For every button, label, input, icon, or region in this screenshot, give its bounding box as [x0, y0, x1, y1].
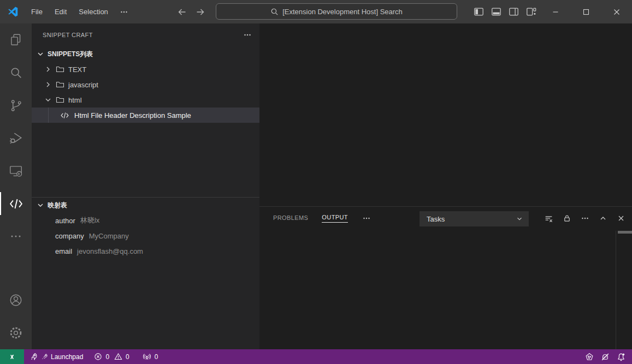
sidebar-more-actions-icon[interactable]: [243, 31, 252, 39]
menu-file[interactable]: File: [25, 4, 49, 20]
snippet-craft-view-icon[interactable]: [0, 187, 32, 220]
snippets-pane-header[interactable]: SNIPPETS列表: [32, 46, 259, 62]
chevron-down-icon: [36, 50, 45, 58]
mapping-pane-header[interactable]: 映射表: [32, 198, 259, 213]
accounts-icon[interactable]: [0, 284, 32, 317]
warning-icon: [114, 353, 122, 361]
command-center-search[interactable]: [Extension Development Host] Search: [216, 3, 457, 20]
panel-header: PROBLEMS OUTPUT Tasks: [259, 207, 632, 230]
broadcast-count: 0: [155, 353, 158, 361]
toggle-secondary-sidebar-icon[interactable]: [509, 7, 519, 17]
output-content[interactable]: [259, 230, 632, 349]
tree-indent-guide: [48, 108, 49, 123]
search-sidebar-icon[interactable]: [0, 56, 32, 89]
tree-item-label: TEXT: [68, 65, 86, 74]
additional-views-icon[interactable]: [0, 220, 32, 253]
chevron-right-icon: [44, 80, 52, 89]
tree-item-label: Html File Header Description Sample: [74, 111, 191, 120]
maximize-icon[interactable]: [571, 0, 601, 23]
mapping-row-email[interactable]: email jevonsflash@qq.com: [32, 243, 259, 259]
customize-layout-icon[interactable]: [526, 7, 536, 17]
vscode-window: File Edit Selection [Extension Developme…: [0, 0, 632, 364]
back-arrow-icon[interactable]: [176, 7, 187, 17]
folder-icon: [56, 65, 64, 74]
output-channel-value: Tasks: [427, 215, 445, 223]
workbench: SNIPPET CRAFT SNIPPETS列表: [0, 23, 632, 349]
launch-icon: [41, 353, 48, 360]
bottom-panel: PROBLEMS OUTPUT Tasks: [259, 206, 632, 349]
forward-arrow-icon[interactable]: [195, 7, 206, 17]
source-control-icon[interactable]: [0, 89, 32, 122]
panel-scrollbar-divider: [616, 231, 616, 349]
close-panel-icon[interactable]: [617, 214, 625, 223]
clear-output-icon[interactable]: [544, 214, 553, 223]
toggle-panel-icon[interactable]: [491, 7, 501, 17]
pane-header-label: SNIPPETS列表: [48, 50, 93, 59]
menu-edit[interactable]: Edit: [49, 4, 73, 20]
vscode-logo: [7, 6, 19, 17]
mapping-value: MyCompany: [89, 232, 129, 240]
folder-icon: [56, 80, 64, 89]
mapping-value: 林晓lx: [80, 216, 99, 225]
explorer-files-icon[interactable]: [0, 23, 32, 56]
output-channel-select[interactable]: Tasks: [420, 211, 529, 226]
sidebar-title: SNIPPET CRAFT: [43, 32, 93, 38]
status-bar-right: [582, 349, 628, 364]
tab-output[interactable]: OUTPUT: [322, 214, 348, 223]
error-icon: [94, 353, 102, 361]
pane-header-label: 映射表: [48, 201, 67, 210]
menu-overflow-icon[interactable]: [114, 8, 134, 16]
maximize-panel-chevron-up-icon[interactable]: [599, 214, 607, 223]
snippets-list-pane: SNIPPETS列表 TEXT javascript: [32, 46, 259, 197]
mapping-row-author[interactable]: author 林晓lx: [32, 213, 259, 228]
window-controls: [540, 0, 632, 23]
tree-item-label: html: [68, 96, 82, 104]
tree-item-snippet-selected[interactable]: Html File Header Description Sample: [32, 108, 259, 123]
remote-indicator-icon: [8, 353, 16, 361]
sidebar-title-row: SNIPPET CRAFT: [32, 23, 259, 46]
remote-indicator[interactable]: [0, 349, 24, 364]
rocket-icon: [30, 353, 38, 361]
search-icon: [270, 8, 279, 16]
notifications-bell-icon[interactable]: [614, 349, 628, 364]
tree-item-text-folder[interactable]: TEXT: [32, 62, 259, 77]
broadcast-icon: [143, 353, 151, 361]
tree-item-javascript-folder[interactable]: javascript: [32, 77, 259, 92]
status-bar: Launchpad 0 0 0: [0, 349, 632, 364]
warning-count: 0: [126, 353, 129, 361]
panel-more-actions-icon[interactable]: [581, 214, 589, 223]
menu-selection[interactable]: Selection: [73, 4, 114, 20]
mapping-row-company[interactable]: company MyCompany: [32, 228, 259, 243]
search-placeholder: [Extension Development Host] Search: [282, 8, 403, 16]
run-debug-icon[interactable]: [0, 122, 32, 154]
close-window-icon[interactable]: [601, 0, 632, 23]
broadcast-status-item[interactable]: 0: [139, 349, 162, 364]
mapping-key: company: [55, 232, 84, 240]
remote-explorer-icon[interactable]: [0, 154, 32, 187]
settings-gear-icon[interactable]: [0, 317, 32, 349]
toggle-sidebar-icon[interactable]: [474, 7, 484, 17]
panel-more-tabs-icon[interactable]: [362, 214, 371, 223]
mapping-table-pane: 映射表 author 林晓lx company MyCompany email …: [32, 197, 259, 349]
chevron-down-icon: [36, 201, 45, 210]
tab-problems[interactable]: PROBLEMS: [273, 214, 308, 223]
lock-icon[interactable]: [563, 214, 571, 223]
folder-icon: [56, 96, 64, 104]
chevron-down-icon: [44, 96, 52, 104]
extension-status-icon[interactable]: [582, 349, 596, 364]
launchpad-item[interactable]: Launchpad: [26, 349, 87, 364]
panel-actions: [544, 207, 625, 230]
mapping-value: jevonsflash@qq.com: [77, 247, 143, 255]
panel-scrollbar-thumb[interactable]: [618, 231, 632, 234]
problems-status-item[interactable]: 0 0: [90, 349, 133, 364]
activity-bar: [0, 23, 32, 349]
minimize-icon[interactable]: [540, 0, 571, 23]
copilot-disabled-icon[interactable]: [598, 349, 612, 364]
launchpad-label: Launchpad: [51, 353, 83, 361]
tree-item-html-folder[interactable]: html: [32, 92, 259, 108]
chevron-right-icon: [44, 65, 52, 74]
error-count: 0: [105, 353, 109, 361]
chevron-down-icon: [516, 215, 523, 223]
editor-empty-group[interactable]: [259, 23, 632, 206]
editor-area: PROBLEMS OUTPUT Tasks: [259, 23, 632, 349]
